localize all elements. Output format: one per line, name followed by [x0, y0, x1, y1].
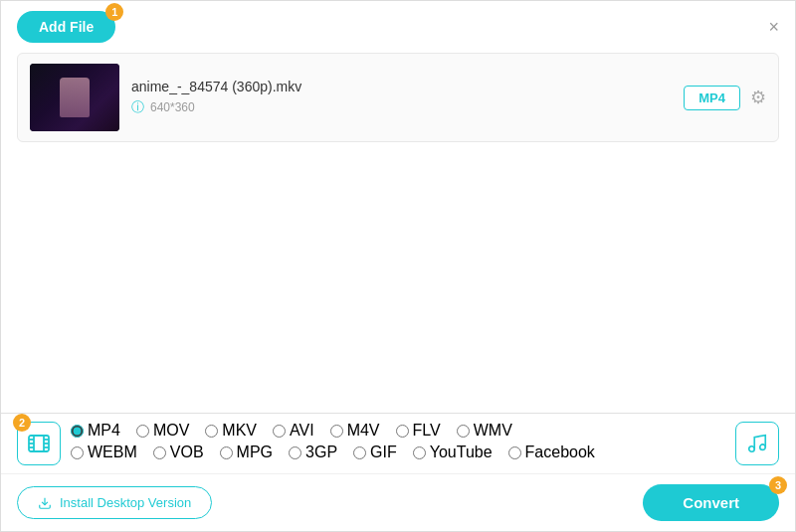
file-thumbnail [30, 64, 119, 131]
format-option-mp4[interactable]: MP4 [71, 422, 120, 440]
file-item: anime_-_84574 (360p).mkv ⓘ 640*360 MP4 ⚙ [18, 54, 778, 141]
file-meta: ⓘ 640*360 [131, 98, 672, 116]
install-desktop-button[interactable]: Install Desktop Version [17, 486, 212, 519]
format-option-facebook[interactable]: Facebook [508, 443, 595, 461]
content-area [1, 142, 795, 341]
file-list: anime_-_84574 (360p).mkv ⓘ 640*360 MP4 ⚙ [17, 53, 779, 142]
format-option-mpg[interactable]: MPG [220, 443, 273, 461]
info-icon[interactable]: ⓘ [131, 98, 144, 116]
format-option-gif[interactable]: GIF [353, 443, 397, 461]
file-name: anime_-_84574 (360p).mkv [131, 79, 672, 94]
format-row-2: WEBM VOB MPG 3GP GIF YouT [71, 443, 725, 461]
close-button[interactable]: × [768, 17, 779, 38]
format-option-flv[interactable]: FLV [396, 422, 441, 440]
install-label: Install Desktop Version [60, 495, 191, 510]
settings-icon[interactable]: ⚙ [750, 87, 766, 108]
format-option-youtube[interactable]: YouTube [413, 443, 493, 461]
format-options: MP4 MOV MKV AVI M4V FLV [71, 422, 725, 465]
top-bar: Add File 1 × [1, 1, 795, 53]
film-icon-container: 2 [17, 422, 61, 465]
format-option-webm[interactable]: WEBM [71, 443, 137, 461]
action-bar: Install Desktop Version Convert 3 [1, 473, 795, 531]
svg-point-10 [760, 444, 766, 450]
convert-button[interactable]: Convert [643, 484, 779, 521]
format-option-mov[interactable]: MOV [136, 422, 189, 440]
format-option-vob[interactable]: VOB [153, 443, 204, 461]
format-option-3gp[interactable]: 3GP [289, 443, 337, 461]
format-badge-2: 2 [13, 414, 31, 432]
add-file-badge: 1 [105, 3, 123, 21]
format-section-wrapper: 2 [1, 414, 795, 473]
format-option-m4v[interactable]: M4V [330, 422, 380, 440]
format-badge[interactable]: MP4 [684, 86, 740, 110]
convert-badge: 3 [769, 476, 787, 494]
convert-button-wrapper: Convert 3 [643, 484, 779, 521]
format-section: 2 [1, 414, 795, 473]
download-icon [38, 496, 52, 510]
svg-point-9 [749, 446, 755, 452]
music-icon[interactable] [735, 422, 779, 465]
format-option-wmv[interactable]: WMV [457, 422, 512, 440]
file-actions: MP4 ⚙ [684, 86, 766, 110]
add-file-button[interactable]: Add File [17, 11, 115, 43]
format-option-avi[interactable]: AVI [273, 422, 314, 440]
format-option-mkv[interactable]: MKV [205, 422, 257, 440]
file-resolution: 640*360 [150, 100, 195, 114]
bottom-panel: 2 [1, 413, 795, 531]
file-info: anime_-_84574 (360p).mkv ⓘ 640*360 [131, 79, 672, 116]
format-row-1: MP4 MOV MKV AVI M4V FLV [71, 422, 725, 440]
